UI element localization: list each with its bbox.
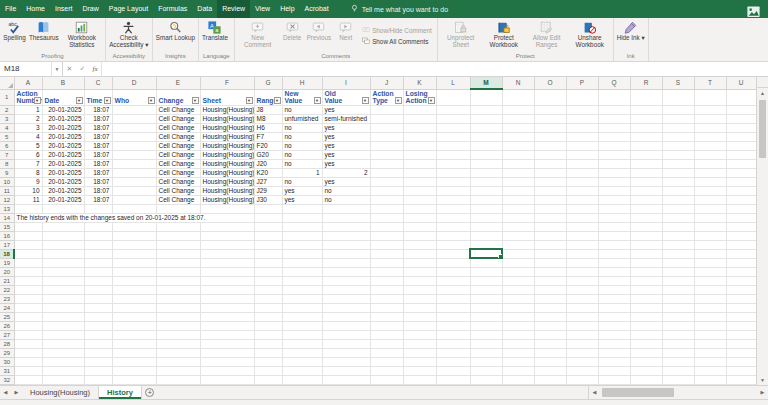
cell[interactable] xyxy=(254,339,282,348)
cell[interactable] xyxy=(14,222,42,231)
cell[interactable] xyxy=(14,231,42,240)
cell[interactable] xyxy=(42,222,84,231)
cell[interactable] xyxy=(566,321,598,330)
cell[interactable] xyxy=(662,89,694,105)
cell[interactable] xyxy=(112,132,156,141)
column-header-m[interactable]: M xyxy=(470,77,502,89)
cell[interactable] xyxy=(694,195,726,204)
cell[interactable]: J20 xyxy=(254,159,282,168)
cell[interactable]: 18:07 xyxy=(84,159,112,168)
cell[interactable] xyxy=(84,267,112,276)
cell[interactable] xyxy=(156,240,200,249)
cell[interactable]: H6 xyxy=(254,123,282,132)
cell[interactable] xyxy=(566,258,598,267)
cell[interactable]: F20 xyxy=(254,141,282,150)
cell[interactable] xyxy=(200,375,254,384)
cell[interactable] xyxy=(42,294,84,303)
cell[interactable] xyxy=(200,258,254,267)
cell[interactable] xyxy=(726,366,756,375)
cell[interactable] xyxy=(630,213,662,222)
cell[interactable] xyxy=(403,339,436,348)
cell[interactable]: Housing(Housing) xyxy=(200,114,254,123)
cell[interactable] xyxy=(403,213,436,222)
cell[interactable]: 6 xyxy=(14,150,42,159)
cell[interactable]: Cell Change xyxy=(156,123,200,132)
cell[interactable] xyxy=(403,105,436,114)
cell[interactable] xyxy=(403,168,436,177)
cell[interactable] xyxy=(502,204,534,213)
cell[interactable] xyxy=(694,177,726,186)
cell[interactable]: yes xyxy=(322,177,370,186)
cell[interactable] xyxy=(534,375,566,384)
cell[interactable]: 11 xyxy=(14,195,42,204)
cell[interactable] xyxy=(598,276,630,285)
cell[interactable] xyxy=(436,105,470,114)
cell[interactable] xyxy=(534,330,566,339)
cell[interactable] xyxy=(726,159,756,168)
column-header-g[interactable]: G xyxy=(254,77,282,89)
cell[interactable] xyxy=(566,339,598,348)
cell[interactable] xyxy=(566,159,598,168)
cell[interactable] xyxy=(662,303,694,312)
cell[interactable] xyxy=(502,348,534,357)
row-header-1[interactable]: 1 xyxy=(0,89,14,105)
cell[interactable] xyxy=(436,285,470,294)
user-picture-icon[interactable] xyxy=(747,4,760,15)
cell[interactable] xyxy=(436,330,470,339)
cell[interactable] xyxy=(200,303,254,312)
cell[interactable] xyxy=(694,213,726,222)
cell[interactable] xyxy=(14,348,42,357)
cell[interactable] xyxy=(403,132,436,141)
cell[interactable] xyxy=(254,267,282,276)
cell[interactable] xyxy=(112,159,156,168)
cell[interactable] xyxy=(534,312,566,321)
filter-dropdown-icon[interactable]: ▼ xyxy=(314,97,321,104)
cell[interactable] xyxy=(534,168,566,177)
cell[interactable] xyxy=(470,123,502,132)
cell[interactable] xyxy=(14,303,42,312)
cell[interactable] xyxy=(370,204,403,213)
cell[interactable] xyxy=(370,303,403,312)
cell[interactable] xyxy=(200,330,254,339)
cell[interactable] xyxy=(200,267,254,276)
cell[interactable] xyxy=(370,321,403,330)
cell[interactable]: Date▼ xyxy=(42,89,84,105)
cell[interactable]: K20 xyxy=(254,168,282,177)
cell[interactable]: no xyxy=(282,159,322,168)
row-header-18[interactable]: 18 xyxy=(0,249,14,258)
cell[interactable] xyxy=(403,240,436,249)
cell[interactable]: G20 xyxy=(254,150,282,159)
cell[interactable] xyxy=(502,249,534,258)
cell[interactable] xyxy=(502,105,534,114)
scroll-up-icon[interactable]: ▲ xyxy=(757,88,768,98)
column-header-q[interactable]: Q xyxy=(598,77,630,89)
cell[interactable] xyxy=(112,366,156,375)
cell[interactable] xyxy=(282,249,322,258)
cell[interactable] xyxy=(84,294,112,303)
cell[interactable] xyxy=(200,312,254,321)
cell[interactable] xyxy=(630,114,662,123)
cell[interactable]: yes xyxy=(322,132,370,141)
cell[interactable] xyxy=(566,123,598,132)
cell[interactable] xyxy=(662,213,694,222)
cell[interactable] xyxy=(566,150,598,159)
cell[interactable] xyxy=(370,177,403,186)
cell[interactable] xyxy=(726,89,756,105)
cell[interactable] xyxy=(566,366,598,375)
cell[interactable] xyxy=(370,186,403,195)
cell[interactable] xyxy=(370,132,403,141)
cell[interactable]: 20-01-2025 xyxy=(42,195,84,204)
cell[interactable]: 9 xyxy=(14,177,42,186)
cell[interactable]: F7 xyxy=(254,132,282,141)
cell[interactable] xyxy=(436,249,470,258)
row-header-19[interactable]: 19 xyxy=(0,258,14,267)
cell[interactable] xyxy=(112,258,156,267)
cell[interactable]: Action Type▼ xyxy=(370,89,403,105)
cell[interactable] xyxy=(322,321,370,330)
cell[interactable] xyxy=(630,186,662,195)
cell[interactable] xyxy=(598,357,630,366)
cell[interactable] xyxy=(694,330,726,339)
cell[interactable] xyxy=(598,258,630,267)
cell[interactable] xyxy=(502,267,534,276)
ribbon-tab-home[interactable]: Home xyxy=(21,0,50,18)
